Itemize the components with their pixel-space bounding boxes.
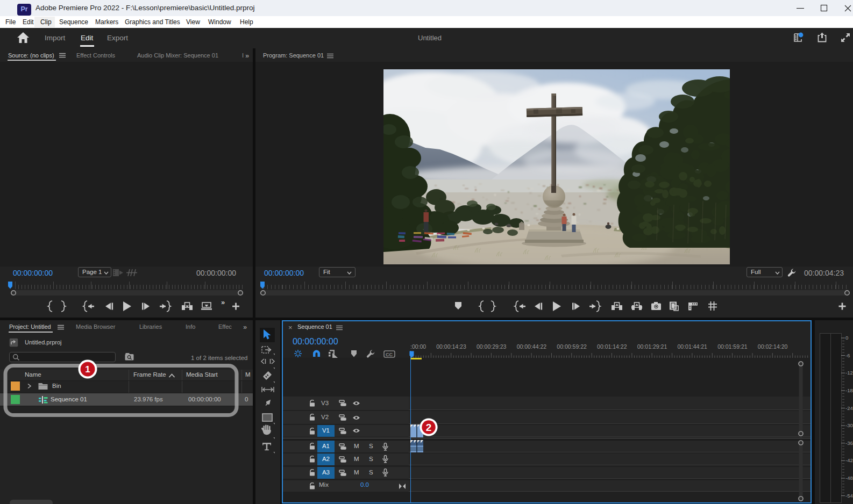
svg-text:-12: -12 bbox=[845, 370, 853, 376]
svg-text:00:00:59:22: 00:00:59:22 bbox=[557, 343, 587, 350]
svg-text:-18: -18 bbox=[845, 387, 853, 393]
svg-text:00:01:14:22: 00:01:14:22 bbox=[597, 343, 627, 350]
svg-text::00:00: :00:00 bbox=[410, 343, 426, 350]
svg-text:»: » bbox=[221, 299, 225, 306]
svg-text:00:00:29:23: 00:00:29:23 bbox=[477, 343, 507, 350]
svg-text:2: 2 bbox=[426, 422, 432, 433]
svg-text:CC: CC bbox=[386, 352, 393, 357]
svg-text:-30: -30 bbox=[845, 422, 853, 428]
svg-text:00:01:29:21: 00:01:29:21 bbox=[637, 343, 667, 350]
svg-text:-6: -6 bbox=[845, 352, 850, 358]
svg-text:-54: -54 bbox=[845, 493, 853, 499]
svg-text:00:00:44:22: 00:00:44:22 bbox=[517, 343, 547, 350]
svg-text:0: 0 bbox=[845, 335, 848, 341]
svg-text:-42: -42 bbox=[845, 457, 853, 463]
svg-text:00:01:44:21: 00:01:44:21 bbox=[677, 343, 707, 350]
svg-text:-24: -24 bbox=[845, 405, 853, 411]
svg-text:00:02:14:20: 00:02:14:20 bbox=[758, 343, 788, 350]
svg-text:00:01:59:21: 00:01:59:21 bbox=[717, 343, 748, 350]
svg-text:00:00:14:23: 00:00:14:23 bbox=[436, 343, 466, 350]
svg-text:1: 1 bbox=[85, 364, 90, 375]
svg-text:-48: -48 bbox=[845, 475, 853, 481]
svg-text:-36: -36 bbox=[845, 440, 853, 446]
